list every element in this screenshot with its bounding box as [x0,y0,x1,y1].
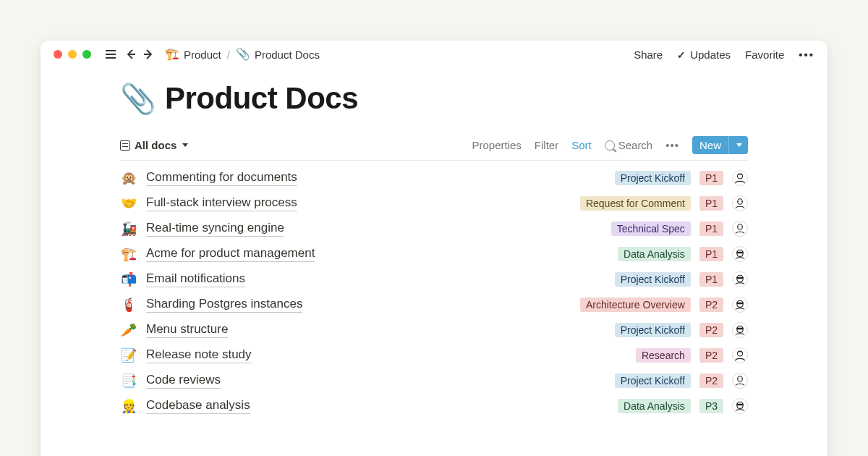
row-title[interactable]: Real-time syncing engine [146,221,284,237]
table-row[interactable]: 📝Release note studyResearchP2 [120,342,748,368]
search-icon [605,140,615,151]
breadcrumb-label: Product [184,48,221,61]
row-title[interactable]: Release note study [146,347,252,363]
chevron-down-icon [736,143,742,147]
category-tag[interactable]: Project Kickoff [615,272,691,287]
breadcrumb-label: Product Docs [255,48,320,61]
row-title[interactable]: Menu structure [146,322,228,338]
check-icon [677,48,686,61]
list-view-icon [120,140,130,151]
row-title[interactable]: Sharding Postgres instances [146,297,302,313]
view-selector[interactable]: All docs [120,139,188,151]
view-more-button[interactable]: ••• [665,139,679,151]
assignee-avatar[interactable] [732,221,748,237]
assignee-avatar[interactable] [732,347,748,363]
table-row[interactable]: 📑Code reviewsProject KickoffP2 [120,368,748,393]
table-row[interactable]: 📬Email notificationsProject KickoffP1 [120,266,748,292]
row-emoji-icon: 📑 [120,373,137,389]
row-emoji-icon: 👷 [120,398,137,414]
sidebar-toggle-icon[interactable] [104,48,117,61]
favorite-button[interactable]: Favorite [745,48,784,61]
table-row[interactable]: 🥕Menu structureProject KickoffP2 [120,317,748,342]
search-label: Search [618,139,653,151]
window-controls [54,50,91,59]
breadcrumb-item-product[interactable]: 🏗️ Product [165,48,221,61]
category-tag[interactable]: Research [636,348,691,363]
paperclip-icon: 📎 [236,48,250,60]
row-title[interactable]: Codebase analysis [146,398,250,414]
page-title[interactable]: Product Docs [165,81,358,116]
assignee-avatar[interactable] [732,322,748,338]
crane-icon: 🏗️ [165,48,179,60]
filter-button[interactable]: Filter [535,139,558,151]
more-menu-button[interactable]: ••• [799,48,814,61]
priority-tag[interactable]: P1 [699,171,723,185]
nav-arrows [124,48,155,61]
priority-tag[interactable]: P1 [699,247,723,261]
updates-button[interactable]: Updates [677,48,731,61]
row-emoji-icon: 🙊 [120,170,137,186]
app-window: 🏗️ Product / 📎 Product Docs Share Update… [41,41,827,456]
category-tag[interactable]: Project Kickoff [615,373,691,388]
category-tag[interactable]: Project Kickoff [615,323,691,337]
properties-button[interactable]: Properties [472,139,521,151]
sort-button[interactable]: Sort [571,139,592,151]
priority-tag[interactable]: P1 [699,221,723,236]
nav-forward-button[interactable] [142,48,155,61]
new-button-label: New [692,136,728,154]
assignee-avatar[interactable] [732,398,748,414]
search-button[interactable]: Search [605,139,653,151]
row-title[interactable]: Commenting for documents [146,170,297,186]
page-icon[interactable]: 📎 [120,82,156,116]
minimize-window-button[interactable] [68,50,77,59]
category-tag[interactable]: Request for Comment [580,196,691,211]
assignee-avatar[interactable] [732,297,748,313]
row-emoji-icon: 🏗️ [120,246,137,262]
row-emoji-icon: 🚂 [120,221,137,237]
assignee-avatar[interactable] [732,271,748,287]
row-title[interactable]: Full-stack interview process [146,195,297,211]
view-label: All docs [135,139,176,151]
page-content: 📎 Product Docs All docs Properties Filte… [41,65,827,418]
assignee-avatar[interactable] [732,170,748,186]
share-button[interactable]: Share [634,48,663,61]
row-title[interactable]: Code reviews [146,373,221,389]
category-tag[interactable]: Project Kickoff [615,171,691,185]
category-tag[interactable]: Technical Spec [611,221,691,236]
category-tag[interactable]: Data Analysis [618,399,691,413]
new-button-dropdown[interactable] [728,136,748,154]
topbar-actions: Share Updates Favorite ••• [634,48,814,61]
topbar: 🏗️ Product / 📎 Product Docs Share Update… [41,41,827,65]
table-row[interactable]: 👷Codebase analysisData AnalysisP3 [120,393,748,418]
priority-tag[interactable]: P2 [699,348,723,363]
row-title[interactable]: Acme for product management [146,246,315,262]
assignee-avatar[interactable] [732,373,748,389]
table-row[interactable]: 🙊Commenting for documentsProject Kickoff… [120,165,748,190]
table-row[interactable]: 🧯Sharding Postgres instancesArchitecture… [120,292,748,317]
new-button[interactable]: New [692,136,748,154]
row-title[interactable]: Email notifications [146,271,245,287]
view-toolbar: All docs Properties Filter Sort Search •… [120,136,748,161]
table-row[interactable]: 🤝Full-stack interview processRequest for… [120,190,748,216]
maximize-window-button[interactable] [82,50,91,59]
category-tag[interactable]: Data Analysis [618,247,691,261]
assignee-avatar[interactable] [732,246,748,262]
priority-tag[interactable]: P3 [699,399,723,413]
assignee-avatar[interactable] [732,195,748,211]
table-row[interactable]: 🚂Real-time syncing engineTechnical SpecP… [120,216,748,241]
table-row[interactable]: 🏗️Acme for product managementData Analys… [120,241,748,266]
chevron-down-icon [182,143,188,147]
priority-tag[interactable]: P2 [699,373,723,388]
priority-tag[interactable]: P2 [699,297,723,312]
row-emoji-icon: 🥕 [120,322,137,338]
updates-label: Updates [690,48,731,61]
breadcrumb-item-product-docs[interactable]: 📎 Product Docs [236,48,320,61]
breadcrumb-separator: / [227,48,230,61]
priority-tag[interactable]: P2 [699,323,723,337]
row-emoji-icon: 🤝 [120,195,137,211]
priority-tag[interactable]: P1 [699,196,723,211]
category-tag[interactable]: Architecture Overview [580,297,691,312]
priority-tag[interactable]: P1 [699,272,723,287]
nav-back-button[interactable] [124,48,137,61]
close-window-button[interactable] [54,50,62,59]
